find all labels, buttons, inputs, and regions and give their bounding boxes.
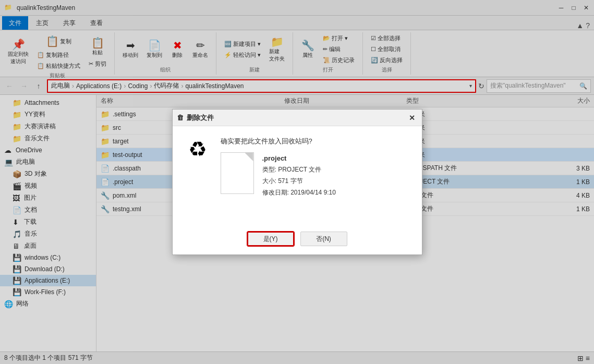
file-date-row: 修改日期: 2019/04/14 9:10 <box>262 187 336 199</box>
dialog-no-button[interactable]: 否(N) <box>300 232 347 246</box>
file-size-row: 大小: 571 字节 <box>262 176 336 187</box>
delete-dialog: 🗑 删除文件 ✕ ♻ 确实要把此文件放入回收站吗? .project 类型: <box>172 109 422 255</box>
dialog-overlay: 🗑 删除文件 ✕ ♻ 确实要把此文件放入回收站吗? .project 类型: <box>0 0 594 364</box>
dialog-title: 删除文件 <box>187 113 214 123</box>
dialog-yes-button[interactable]: 是(Y) <box>247 232 294 246</box>
dialog-icon: 🗑 <box>177 114 184 122</box>
dialog-buttons: 是(Y) 否(N) <box>173 225 422 254</box>
file-preview-icon <box>221 152 254 194</box>
dialog-body: ♻ 确实要把此文件放入回收站吗? .project 类型: PROJECT 文件 <box>173 126 422 225</box>
dogear <box>245 153 253 161</box>
file-info: .project 类型: PROJECT 文件 大小: 571 字节 修改日期:… <box>262 152 336 198</box>
dialog-title-bar: 🗑 删除文件 ✕ <box>173 110 422 126</box>
dialog-message: 确实要把此文件放入回收站吗? <box>221 137 409 146</box>
dialog-close-button[interactable]: ✕ <box>406 112 418 124</box>
dialog-recycle-icon: ♻ <box>185 137 210 162</box>
file-info-name: .project <box>262 152 336 164</box>
file-type-row: 类型: PROJECT 文件 <box>262 164 336 176</box>
dialog-content: 确实要把此文件放入回收站吗? .project 类型: PROJECT 文件 大… <box>221 137 409 198</box>
file-preview: .project 类型: PROJECT 文件 大小: 571 字节 修改日期:… <box>221 152 409 198</box>
